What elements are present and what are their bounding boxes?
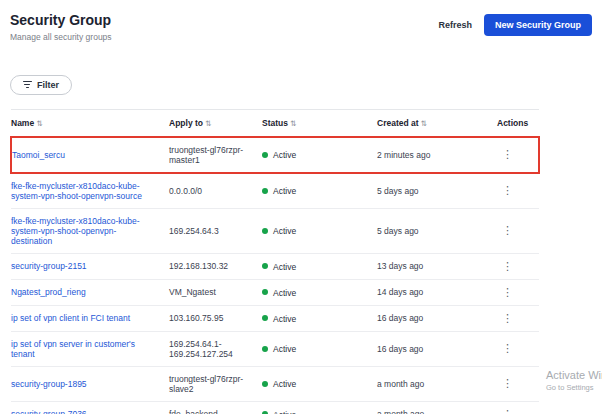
created-at-cell: 5 days ago (377, 208, 497, 253)
table-row[interactable]: fke-fke-mycluster-x810daco-kube-system-v… (11, 208, 539, 253)
table-row[interactable]: fke-fke-mycluster-x810daco-kube-system-v… (11, 173, 539, 209)
table-row[interactable]: security-group-1895 truongtest-gl76rzpr-… (11, 366, 539, 401)
security-group-page: Security Group Manage all security group… (0, 0, 602, 414)
security-group-name-link[interactable]: security-group-1895 (11, 379, 93, 389)
table-row[interactable]: Taomoi_sercu truongtest-gl76rzpr-master1… (11, 137, 539, 173)
watermark-line2: Go to Settings (546, 383, 602, 392)
header-actions: Refresh New Security Group (438, 14, 592, 36)
status-badge: Active (273, 344, 296, 354)
apply-to-cell: fde_backend (169, 401, 262, 414)
status-cell: Active (262, 279, 377, 305)
table-header: Name⇅ Apply to⇅ Status⇅ Created at⇅ Acti… (11, 109, 539, 137)
apply-to-cell: truongtest-gl76rzpr-slave2 (169, 366, 262, 401)
status-badge: Active (273, 261, 296, 271)
created-at-cell: 14 days ago (377, 279, 497, 305)
table-row[interactable]: ip set of vpn server in customer's tenan… (11, 331, 539, 366)
new-security-group-button[interactable]: New Security Group (484, 14, 592, 36)
apply-to-cell: VM_Ngatest (169, 279, 262, 305)
apply-to-cell: 169.254.64.1-169.254.127.254 (169, 331, 262, 366)
security-group-name-link[interactable]: ip set of vpn server in customer's tenan… (11, 339, 163, 359)
page-header: Security Group Manage all security group… (0, 0, 602, 42)
security-group-name-link[interactable]: fke-fke-mycluster-x810daco-kube-system-v… (11, 216, 163, 246)
status-dot-icon (262, 315, 268, 321)
status-badge: Active (273, 409, 296, 414)
created-at-cell: 13 days ago (377, 253, 497, 279)
security-group-name-link[interactable]: fke-fke-mycluster-x810daco-kube-system-v… (11, 181, 163, 201)
status-dot-icon (262, 289, 268, 295)
created-at-cell: a month ago (377, 366, 497, 401)
filter-toolbar: Filter (10, 68, 602, 95)
table-body: Taomoi_sercu truongtest-gl76rzpr-master1… (11, 137, 539, 414)
status-dot-icon (262, 152, 268, 158)
filter-icon (23, 81, 32, 88)
status-cell: Active (262, 137, 377, 173)
column-header-actions: Actions (497, 109, 539, 137)
kebab-menu-icon[interactable]: ⋮ (497, 261, 518, 272)
kebab-menu-icon[interactable]: ⋮ (497, 378, 518, 389)
status-badge: Active (273, 379, 296, 389)
status-cell: Active (262, 401, 377, 414)
security-group-table: Name⇅ Apply to⇅ Status⇅ Created at⇅ Acti… (10, 109, 540, 414)
status-badge: Active (273, 186, 296, 196)
status-cell: Active (262, 331, 377, 366)
security-group-name-link[interactable]: ip set of vpn client in FCI tenant (11, 313, 136, 323)
created-at-cell: 5 days ago (377, 173, 497, 209)
apply-to-cell: 192.168.130.32 (169, 253, 262, 279)
filter-label: Filter (37, 80, 59, 90)
status-badge: Active (273, 287, 296, 297)
kebab-menu-icon[interactable]: ⋮ (497, 225, 518, 236)
status-cell: Active (262, 208, 377, 253)
status-badge: Active (273, 313, 296, 323)
sort-icon[interactable]: ⇅ (36, 119, 42, 128)
created-at-cell: 2 minutes ago (377, 137, 497, 173)
status-cell: Active (262, 253, 377, 279)
status-dot-icon (262, 381, 268, 387)
table-row[interactable]: security-group-2151 192.168.130.32 Activ… (11, 253, 539, 279)
created-at-cell: a month ago (377, 401, 497, 414)
status-badge: Active (273, 226, 296, 236)
kebab-menu-icon[interactable]: ⋮ (497, 409, 518, 414)
kebab-menu-icon[interactable]: ⋮ (497, 313, 518, 324)
apply-to-cell: truongtest-gl76rzpr-master1 (169, 137, 262, 173)
column-header-apply-to[interactable]: Apply to⇅ (169, 109, 262, 137)
created-at-cell: 16 days ago (377, 331, 497, 366)
security-group-name-link[interactable]: Ngatest_prod_rieng (11, 287, 92, 297)
security-group-name-link[interactable]: Taomoi_sercu (12, 150, 71, 160)
windows-activation-watermark: Activate Win Go to Settings (546, 369, 602, 392)
column-header-created-at[interactable]: Created at⇅ (377, 109, 497, 137)
sort-icon[interactable]: ⇅ (290, 119, 296, 128)
apply-to-cell: 169.254.64.3 (169, 208, 262, 253)
kebab-menu-icon[interactable]: ⋮ (497, 343, 518, 354)
apply-to-cell: 103.160.75.95 (169, 305, 262, 331)
page-title: Security Group (10, 12, 112, 28)
page-header-text: Security Group Manage all security group… (10, 12, 112, 42)
column-header-status[interactable]: Status⇅ (262, 109, 377, 137)
status-badge: Active (273, 150, 296, 160)
status-cell: Active (262, 366, 377, 401)
filter-button[interactable]: Filter (10, 75, 72, 95)
sort-icon[interactable]: ⇅ (205, 119, 211, 128)
table-row[interactable]: ip set of vpn client in FCI tenant 103.1… (11, 305, 539, 331)
security-group-name-link[interactable]: security-group-2151 (11, 261, 93, 271)
sort-icon[interactable]: ⇅ (421, 119, 427, 128)
column-header-name[interactable]: Name⇅ (11, 109, 169, 137)
refresh-button[interactable]: Refresh (438, 20, 472, 30)
kebab-menu-icon[interactable]: ⋮ (497, 149, 518, 160)
status-dot-icon (262, 263, 268, 269)
security-group-name-link[interactable]: security-group-7036 (11, 409, 93, 414)
kebab-menu-icon[interactable]: ⋮ (497, 185, 518, 196)
status-cell: Active (262, 305, 377, 331)
created-at-cell: 16 days ago (377, 305, 497, 331)
status-dot-icon (262, 188, 268, 194)
page-subtitle: Manage all security groups (10, 32, 112, 42)
table-row[interactable]: Ngatest_prod_rieng VM_Ngatest Active 14 … (11, 279, 539, 305)
status-cell: Active (262, 173, 377, 209)
table-row[interactable]: security-group-7036 fde_backend Active a… (11, 401, 539, 414)
kebab-menu-icon[interactable]: ⋮ (497, 287, 518, 298)
watermark-line1: Activate Win (546, 369, 602, 381)
status-dot-icon (262, 228, 268, 234)
apply-to-cell: 0.0.0.0/0 (169, 173, 262, 209)
status-dot-icon (262, 346, 268, 352)
